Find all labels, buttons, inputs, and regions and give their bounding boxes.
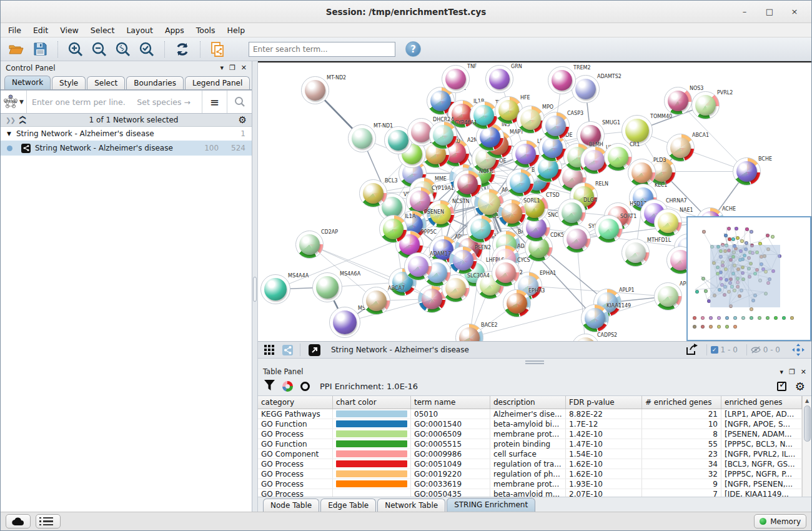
graph-node-kiaa1149[interactable]: KIAA1149 [581, 304, 609, 332]
tab-legend-panel[interactable]: Legend Panel [185, 76, 250, 89]
string-options-icon[interactable]: ≡ [202, 91, 227, 113]
table-row[interactable]: GO FunctionGO:0005515protein binding1.47… [258, 439, 802, 449]
graph-node-tnf[interactable]: TNF [442, 65, 470, 93]
graph-node-sorl1[interactable]: SORL1 [498, 199, 526, 227]
menu-select[interactable]: Select [91, 26, 115, 35]
table-settings-gear-icon[interactable]: ⚙ [795, 380, 805, 393]
zoom-fit-icon[interactable] [114, 41, 132, 58]
horizontal-splitter-handle[interactable] [525, 360, 544, 364]
table-row[interactable]: GO ComponentGO:0009986cell surface1.54E-… [258, 449, 802, 459]
grid-view-icon[interactable] [262, 341, 277, 359]
menu-tools[interactable]: Tools [196, 26, 215, 35]
save-session-icon[interactable] [31, 41, 49, 58]
refresh-icon[interactable] [173, 41, 192, 58]
table-row[interactable]: GO ProcessGO:0019220regulation of ph...1… [258, 469, 802, 479]
table-tab-edge-table[interactable]: Edge Table [320, 499, 376, 512]
minimize-button[interactable]: – [736, 6, 753, 18]
graph-node-ngfr[interactable]: NGFR [453, 170, 482, 198]
task-list-button[interactable] [36, 514, 61, 529]
graph-node-mt-nd1[interactable]: MT-ND1 [348, 124, 376, 152]
panel-splitter[interactable] [252, 61, 258, 512]
graph-node-bdnf[interactable]: BDNF [506, 169, 534, 197]
birdseye-view[interactable] [686, 216, 811, 341]
graph-node-sort1[interactable]: SORT1 [595, 215, 623, 243]
tab-select[interactable]: Select [87, 76, 125, 89]
graph-node-nae1[interactable]: NAE1 [654, 209, 682, 237]
panel-float-icon[interactable]: ❐ [229, 64, 235, 72]
graph-node-syp[interactable]: SYP [563, 225, 591, 253]
graph-node-pvrl2[interactable]: PVRL2 [691, 91, 720, 119]
menu-file[interactable]: File [8, 26, 21, 35]
zoom-out-icon[interactable] [90, 41, 109, 58]
column-header-enriched-genes[interactable]: enriched genes [721, 396, 802, 409]
graph-node-abca7[interactable]: ABCA7 [362, 287, 390, 315]
splitter-handle[interactable] [253, 277, 257, 302]
scrollbar-thumb[interactable] [804, 405, 811, 442]
graph-node-dlg4[interactable]: DLG4 [558, 199, 586, 227]
zoom-selected-icon[interactable] [137, 41, 156, 58]
open-in-browser-icon[interactable] [306, 341, 322, 359]
graph-node-lrp1[interactable]: LRP1 [512, 140, 540, 168]
graph-node-ms4a6a[interactable]: MS4A6A [312, 272, 342, 302]
string-protein-query-icon[interactable]: STRING ▼ [1, 91, 27, 113]
panel-menu-icon[interactable]: ▾ [220, 64, 224, 72]
expand-all-icon[interactable]: ❯❯ [19, 116, 26, 125]
table-tab-node-table[interactable]: Node Table [263, 499, 319, 512]
table-row[interactable]: GO ProcessGO:0006509membrane prot...1.42… [258, 429, 802, 439]
network-collection-row[interactable]: ▼ String Network - Alzheimer's disease 1 [1, 127, 252, 141]
graph-node-mt-nd2[interactable]: MT-ND2 [301, 76, 329, 104]
graph-node-cr1[interactable]: CR1 [604, 143, 632, 171]
horizontal-splitter[interactable] [258, 358, 811, 366]
panel-close-icon[interactable]: ✕ [241, 64, 247, 72]
column-header-FDR-p-value[interactable]: FDR p-value [566, 396, 642, 409]
graph-node-nos3[interactable]: NOS3 [664, 87, 692, 115]
birdseye-viewport-rect[interactable] [710, 245, 780, 307]
collection-expand-icon[interactable]: ▼ [7, 131, 11, 137]
table-panel-float-icon[interactable]: ❐ [789, 368, 795, 376]
graph-node-bche[interactable]: BCHE [733, 157, 761, 186]
table-panel-menu-icon[interactable]: ▾ [780, 368, 783, 376]
column-header-chart-color[interactable]: chart color [333, 396, 411, 409]
graph-node-bcl3[interactable]: BCL3 [359, 179, 387, 207]
graph-node-cycs[interactable]: CYCS [492, 259, 520, 287]
tab-style[interactable]: Style [52, 76, 86, 89]
table-tab-string-enrichment[interactable]: STRING Enrichment [447, 498, 535, 512]
menu-help[interactable]: Help [227, 26, 245, 35]
scroll-up-icon[interactable]: ▲ [805, 396, 809, 405]
collapse-all-icon[interactable]: ❯❯ [6, 117, 15, 124]
table-tab-network-table[interactable]: Network Table [377, 499, 445, 512]
network-row-selected[interactable]: String Network - Alzheimer's disease 100… [1, 141, 252, 156]
cloud-tasks-button[interactable] [6, 514, 31, 529]
memory-button[interactable]: Memory [754, 514, 806, 529]
string-terms-input[interactable]: Enter one term per line. Set species → [27, 97, 202, 107]
graph-node-il1a[interactable]: IL1A [379, 215, 407, 243]
column-header-description[interactable]: description [490, 396, 566, 409]
table-row[interactable]: KEGG Pathways05010Alzheimer's dise...8.8… [258, 409, 802, 419]
graph-node-grn[interactable]: GRN [485, 65, 513, 93]
navigator-icon[interactable] [789, 341, 808, 359]
column-header-term-name[interactable]: term name [411, 396, 490, 409]
table-panel-close-icon[interactable]: ✕ [801, 368, 806, 376]
graph-node-apbb1[interactable]: APBB1 [654, 282, 682, 310]
ring-chart-icon[interactable] [300, 382, 310, 391]
table-scrollbar[interactable]: ▲ [802, 396, 811, 497]
graph-node-mthfd1l[interactable]: MTHFD1L [621, 239, 650, 267]
open-session-icon[interactable] [7, 41, 26, 58]
column-header--enriched-genes[interactable]: # enriched genes [642, 396, 721, 409]
string-search-icon[interactable] [227, 91, 252, 113]
maximize-button[interactable]: □ [761, 6, 778, 18]
column-header-category[interactable]: category [258, 396, 333, 409]
table-row[interactable]: GO FunctionGO:0001540beta-amyloid bi...1… [258, 419, 802, 429]
tab-boundaries[interactable]: Boundaries [126, 76, 184, 89]
network-options-gear-icon[interactable]: ⚙ [239, 116, 247, 125]
graph-node-casp3[interactable]: CASP3 [542, 112, 570, 140]
graph-node-pld3[interactable]: PLD3 [628, 159, 656, 187]
filter-icon[interactable] [264, 380, 275, 393]
graph-node-ms4a4e[interactable]: MS4A4E [329, 307, 360, 338]
search-input[interactable] [249, 42, 395, 57]
help-icon[interactable]: ? [405, 41, 421, 57]
export-network-icon[interactable] [683, 341, 701, 359]
graph-node-gsk3b[interactable]: GSK3B [467, 215, 495, 243]
menu-view[interactable]: View [60, 26, 79, 35]
menu-edit[interactable]: Edit [33, 26, 48, 35]
